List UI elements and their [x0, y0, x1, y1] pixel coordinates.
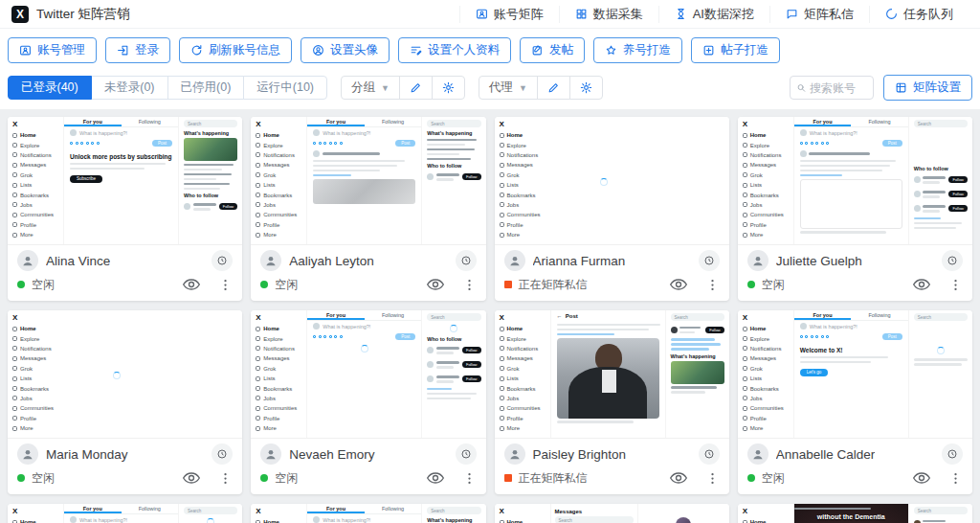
history-icon[interactable]	[456, 250, 477, 271]
account-thumbnail[interactable]: XHomeExploreNotificationsMessagesGrokLis…	[495, 117, 729, 245]
account-manage-button[interactable]: 账号管理	[8, 37, 97, 63]
set-avatar-button[interactable]: 设置头像	[301, 37, 390, 63]
history-icon[interactable]	[456, 443, 477, 465]
account-name: Maria Monday	[46, 447, 128, 462]
topnav-ai-mining[interactable]: AI数据深挖	[658, 6, 769, 23]
tab-logged-in[interactable]: 已登录(40)	[8, 76, 92, 100]
eye-icon[interactable]	[182, 275, 201, 294]
account-thumbnail[interactable]: XHomeExploreNotificationsMessagesGrokLis…	[738, 310, 972, 439]
proxy-edit-button[interactable]	[537, 76, 570, 100]
account-name: Aaliyah Leyton	[289, 254, 374, 268]
thumb-subscribe-button: Subscribe	[70, 175, 102, 183]
more-menu-icon[interactable]	[948, 278, 963, 292]
group-edit-button[interactable]	[399, 76, 433, 100]
avatar	[260, 250, 281, 271]
account-card: XHomeExploreNotificationsMessagesGrokLis…	[738, 504, 972, 523]
history-icon[interactable]	[699, 443, 720, 465]
thumb-right-column: SearchWho to followFollowFollowFollow	[909, 117, 972, 244]
topnav-task-queue[interactable]: 任务队列	[869, 6, 969, 23]
group-dropdown-label: 分组	[351, 80, 375, 96]
thumb-search: Search	[914, 313, 968, 321]
top-bar: X Twitter 矩阵营销 账号矩阵 数据采集 AI数据深挖 矩阵私信 任务队…	[0, 0, 980, 29]
history-icon[interactable]	[942, 250, 963, 271]
eye-icon[interactable]	[912, 468, 931, 488]
topnav-data-collect[interactable]: 数据采集	[559, 6, 658, 23]
account-thumbnail[interactable]: XHomeExploreNotificationsMessagesGrokLis…	[8, 504, 242, 523]
button-label: 刷新账号信息	[209, 42, 280, 58]
proxy-settings-button[interactable]	[569, 76, 603, 100]
thumb-center-column: without the Dementia	[793, 504, 909, 523]
account-thumbnail[interactable]: XHomeExploreNotificationsMessagesGrokLis…	[738, 117, 972, 245]
tab-disabled[interactable]: 已停用(0)	[167, 76, 245, 100]
set-profile-button[interactable]: 设置个人资料	[398, 37, 511, 63]
thumb-compose-icons: Post	[313, 331, 415, 341]
account-thumbnail[interactable]: XHomeExploreNotificationsMessagesGrokLis…	[251, 504, 485, 523]
account-thumbnail[interactable]: XHomeExploreNotificationsMessagesGrokLis…	[251, 310, 485, 439]
status-text: 空闲	[762, 470, 785, 487]
status-text: 空闲	[32, 277, 55, 293]
thumb-compose-icons: Post	[313, 138, 415, 148]
thumb-feed-tabs: For youFollowing	[64, 504, 178, 514]
thumb-post-button: Post	[152, 140, 172, 147]
nurture-button[interactable]: 养号打造	[593, 37, 682, 63]
thumb-search: Search	[671, 313, 724, 321]
pencil-icon	[410, 81, 422, 94]
eye-icon[interactable]	[426, 468, 445, 488]
eye-icon[interactable]	[182, 468, 201, 488]
thumb-compose: What is happening?!	[313, 127, 415, 138]
eye-icon[interactable]	[669, 468, 688, 488]
account-card: XHomeExploreNotificationsMessagesGrokLis…	[738, 117, 972, 301]
topnav-account-matrix[interactable]: 账号矩阵	[459, 6, 559, 23]
eye-icon[interactable]	[426, 275, 445, 294]
thumb-trend-image	[184, 138, 237, 161]
thumb-search: Search	[184, 507, 237, 514]
card-status-row: 空闲	[738, 467, 972, 494]
x-logo: X	[11, 6, 29, 23]
account-thumbnail[interactable]: XHomeExploreNotificationsMessagesGrokLis…	[8, 117, 242, 245]
refresh-info-button[interactable]: 刷新账号信息	[179, 37, 292, 63]
tab-logged-out[interactable]: 未登录(0)	[91, 76, 168, 100]
thumb-post-button: Post	[395, 140, 415, 147]
account-thumbnail[interactable]: XHomeExploreNotificationsMessagesGrokLis…	[495, 504, 729, 523]
button-label: 账号管理	[37, 42, 85, 58]
matrix-settings-button[interactable]: 矩阵设置	[883, 75, 972, 101]
more-menu-icon[interactable]	[462, 278, 477, 292]
thumb-compose: What is happening?!	[313, 321, 415, 331]
eye-icon[interactable]	[912, 275, 931, 294]
login-button[interactable]: 登录	[105, 37, 170, 63]
history-icon[interactable]	[942, 443, 963, 465]
post-build-button[interactable]: 帖子打造	[691, 37, 780, 63]
history-icon[interactable]	[699, 250, 720, 271]
tab-running[interactable]: 运行中(10)	[243, 76, 327, 100]
topnav-matrix-dm[interactable]: 矩阵私信	[769, 6, 869, 23]
search-input[interactable]	[810, 81, 867, 95]
top-navigation: 账号矩阵 数据采集 AI数据深挖 矩阵私信 任务队列	[459, 6, 969, 23]
thumb-center-column: For youFollowingWhat is happening?! Post…	[63, 117, 179, 244]
thumb-sidebar: XHomeExploreNotificationsMessagesGrokLis…	[738, 310, 793, 438]
account-name: Paisley Brighton	[533, 447, 627, 462]
account-thumbnail[interactable]: XHomeExploreNotificationsMessagesGrokLis…	[495, 310, 729, 439]
button-label: 登录	[135, 42, 159, 58]
thumb-feed-tabs: For youFollowing	[794, 117, 908, 127]
more-menu-icon[interactable]	[218, 278, 233, 292]
account-card: XHomeExploreNotificationsMessagesGrokLis…	[251, 504, 485, 523]
account-thumbnail[interactable]: XHomeExploreNotificationsMessagesGrokLis…	[738, 504, 972, 523]
group-dropdown[interactable]: 分组 ▼	[341, 76, 400, 100]
post-button[interactable]: 发帖	[520, 37, 585, 63]
proxy-dropdown[interactable]: 代理 ▼	[479, 76, 538, 100]
thumb-compose-icons: Post	[800, 138, 902, 148]
card-status-row: 空闲	[251, 467, 485, 494]
more-menu-icon[interactable]	[218, 471, 233, 486]
more-menu-icon[interactable]	[705, 278, 720, 292]
account-thumbnail[interactable]: XHomeExploreNotificationsMessagesGrokLis…	[251, 117, 485, 245]
status-indicator	[747, 474, 755, 482]
eye-icon[interactable]	[669, 275, 688, 294]
more-menu-icon[interactable]	[462, 471, 477, 486]
history-icon[interactable]	[212, 443, 233, 465]
account-thumbnail[interactable]: XHomeExploreNotificationsMessagesGrokLis…	[8, 310, 242, 439]
more-menu-icon[interactable]	[705, 471, 720, 486]
more-menu-icon[interactable]	[948, 471, 963, 486]
history-icon[interactable]	[212, 250, 233, 271]
group-settings-button[interactable]	[432, 76, 465, 100]
thumb-center-column: For youFollowingWhat is happening?! Post	[793, 117, 909, 244]
